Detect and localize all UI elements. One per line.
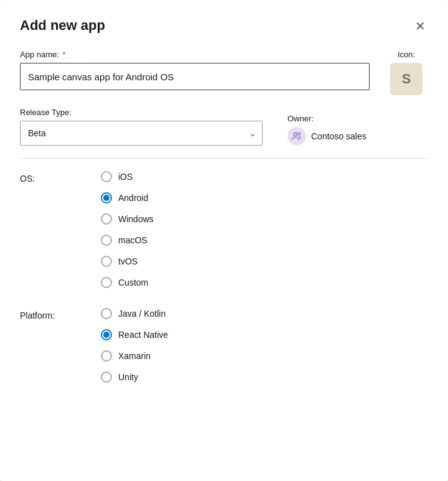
app-name-input[interactable]: [20, 63, 370, 90]
os-option-custom[interactable]: Custom: [101, 277, 154, 288]
os-option-tvos[interactable]: tvOS: [101, 256, 154, 267]
section-divider: [20, 158, 428, 159]
os-radio-macos[interactable]: [101, 235, 112, 246]
platform-label-xamarin: Xamarin: [118, 351, 151, 361]
os-label-custom: Custom: [118, 278, 148, 287]
os-label: OS:: [20, 171, 101, 184]
platform-label-unity: Unity: [118, 372, 138, 382]
os-radio-android[interactable]: [101, 192, 112, 203]
icon-section: Icon: S: [385, 50, 428, 95]
os-label-macos: macOS: [118, 235, 147, 245]
platform-label-react-native: React Native: [118, 330, 168, 340]
owner-label: Owner:: [287, 114, 428, 123]
os-option-android[interactable]: Android: [101, 192, 154, 203]
platform-label-java-kotlin: Java / Kotlin: [118, 309, 166, 319]
os-option-windows[interactable]: Windows: [101, 213, 154, 225]
close-button[interactable]: ✕: [413, 17, 428, 35]
release-type-select[interactable]: Alpha Beta Production Store: [20, 121, 263, 146]
dialog-header: Add new app ✕: [20, 17, 428, 35]
platform-option-react-native[interactable]: React Native: [101, 329, 168, 340]
os-label-android: Android: [118, 193, 148, 203]
os-section-row: OS: iOS Android Windows macOS tvOS: [20, 171, 428, 288]
platform-label: Platform:: [20, 308, 101, 320]
os-radio-ios[interactable]: [101, 171, 112, 182]
release-owner-row: Release Type: Alpha Beta Production Stor…: [20, 108, 428, 146]
os-label-ios: iOS: [118, 172, 133, 182]
platform-radio-xamarin[interactable]: [101, 350, 112, 362]
svg-point-1: [298, 133, 301, 135]
platform-section-row: Platform: Java / Kotlin React Native Xam…: [20, 308, 428, 383]
os-radio-windows[interactable]: [101, 213, 112, 225]
app-name-label: App name: *: [20, 50, 370, 59]
add-new-app-dialog: Add new app ✕ App name: * Icon: S Releas…: [0, 0, 448, 481]
app-icon-avatar: S: [390, 63, 422, 95]
app-name-section: App name: *: [20, 50, 370, 90]
platform-option-unity[interactable]: Unity: [101, 371, 168, 383]
owner-value: Contoso sales: [287, 127, 428, 146]
platform-option-xamarin[interactable]: Xamarin: [101, 350, 168, 362]
platform-radio-unity[interactable]: [101, 371, 112, 383]
required-indicator: *: [60, 50, 66, 59]
platform-option-java-kotlin[interactable]: Java / Kotlin: [101, 308, 168, 319]
release-type-section: Release Type: Alpha Beta Production Stor…: [20, 108, 263, 146]
os-label-windows: Windows: [118, 214, 154, 224]
icon-label: Icon:: [398, 50, 415, 59]
owner-avatar-icon: [287, 127, 306, 146]
owner-section: Owner: Contoso sales: [287, 114, 428, 146]
app-name-icon-row: App name: * Icon: S: [20, 50, 428, 95]
os-option-macos[interactable]: macOS: [101, 235, 154, 246]
os-label-tvos: tvOS: [118, 256, 138, 266]
svg-point-0: [294, 133, 297, 136]
platform-radio-java-kotlin[interactable]: [101, 308, 112, 319]
release-type-label: Release Type:: [20, 108, 263, 117]
os-radio-group: iOS Android Windows macOS tvOS Custom: [101, 171, 154, 288]
release-type-wrapper: Alpha Beta Production Store ⌄: [20, 121, 263, 146]
os-radio-tvos[interactable]: [101, 256, 112, 267]
os-radio-custom[interactable]: [101, 277, 112, 288]
dialog-title: Add new app: [20, 17, 105, 34]
platform-radio-react-native[interactable]: [101, 329, 112, 340]
owner-name: Contoso sales: [311, 131, 366, 141]
os-option-ios[interactable]: iOS: [101, 171, 154, 182]
platform-radio-group: Java / Kotlin React Native Xamarin Unity: [101, 308, 168, 383]
